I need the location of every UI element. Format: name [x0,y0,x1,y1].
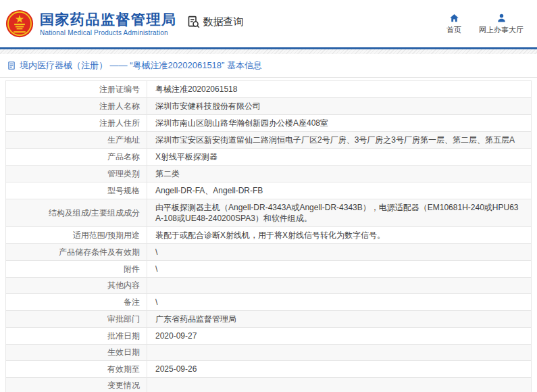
row-value: \ [147,261,531,277]
table-row: 生效日期 [6,345,531,361]
row-value: 粤械注准20202061518 [147,81,531,97]
data-query-nav[interactable]: 数据查询 [186,15,244,29]
row-label-text: 变更情况 [107,381,140,391]
row-label: 结构及组成/主要组成成分 [6,199,147,226]
brand-subtitle: National Medical Products Administration [40,29,177,36]
row-label: 生效日期 [6,345,147,360]
row-label: 其他内容 [6,278,147,293]
row-label-text: 备注 [124,297,140,308]
top-right-nav: 首页 网上办事大厅 [446,13,526,35]
breadcrumb-divider [0,77,537,78]
row-value: \ [147,294,531,310]
row-value: 广东省药品监督管理局 [147,311,531,327]
row-label: 注册人住所 [6,115,147,131]
table-row: 有效期至 2025-09-26 [6,361,531,378]
row-label-text: 批准日期 [107,331,140,341]
row-value: 深圳市安健科技股份有限公司 [147,98,531,114]
row-label-text: 结构及组成/主要组成成分 [49,208,140,218]
row-value: X射线平板探测器 [147,149,531,165]
table-row: 注册人名称 深圳市安健科技股份有限公司 [6,98,531,115]
table-row: 注册证编号 粤械注准20202061518 [6,81,531,98]
row-label-text: 生效日期 [107,347,140,358]
row-label-text: 注册证编号 [99,84,140,95]
nav-home[interactable]: 首页 [446,13,461,35]
row-label: 备注 [6,294,147,310]
row-value-text: 第二类 [155,168,180,179]
table-row: 产品储存条件及有效期 \ [6,244,531,261]
row-label: 附件 [6,261,147,277]
row-value: 装配于或配合诊断X射线机，用于将X射线信号转化为数字信号。 [147,227,531,243]
row-label-text: 注册人名称 [99,101,140,112]
table-row: 注册人住所 深圳市南山区朗山路华瀚创新园办公楼A座408室 [6,115,531,132]
row-value-text: \ [155,247,157,258]
brand-block: 国家药品监督管理局 National Medical Products Admi… [40,11,177,36]
row-value [147,378,531,392]
row-value-text: Angell-DR-FA、Angell-DR-FB [155,185,263,196]
table-row: 产品名称 X射线平板探测器 [6,149,531,166]
table-row: 附件 \ [6,261,531,278]
row-value-text: X射线平板探测器 [155,151,218,162]
row-value: \ [147,244,531,260]
row-label-text: 附件 [124,264,140,274]
table-row: 结构及组成/主要组成成分 由平板探测器主机（Angell-DR-4343A或An… [6,199,531,227]
row-label: 有效期至 [6,361,147,377]
document-search-icon [186,15,201,29]
row-value-text: 深圳市南山区朗山路华瀚创新园办公楼A座408室 [155,118,328,128]
table-row: 型号规格 Angell-DR-FA、Angell-DR-FB [6,182,531,199]
table-row: 批准日期 2020-09-27 [6,328,531,345]
site-header: 国家药品监督管理局 National Medical Products Admi… [0,0,537,47]
row-label-text: 管理类别 [107,169,140,179]
row-label: 产品名称 [6,149,147,165]
row-label: 管理类别 [6,166,147,182]
table-row: 审批部门 广东省药品监督管理局 [6,311,531,328]
data-query-label: 数据查询 [203,16,244,28]
row-label-text: 产品储存条件及有效期 [59,247,140,258]
table-row: 适用范围/预期用途 装配于或配合诊断X射线机，用于将X射线信号转化为数字信号。 [6,227,531,244]
row-value-text: 2020-09-27 [155,330,197,341]
table-row: 备注 \ [6,294,531,311]
row-value-text: 深圳市安健科技股份有限公司 [155,101,261,112]
nav-service-hall[interactable]: 网上办事大厅 [479,13,523,35]
row-value: 深圳市宝安区新安街道留仙二路润恒电子厂区2号厂房、3号厂房之3号厂房第一层、第二… [147,132,531,148]
row-label: 产品储存条件及有效期 [6,244,147,260]
row-value [147,345,531,360]
page-title: 境内医疗器械（注册） —— “粤械注准20202061518” 基本信息 [20,59,262,72]
row-label: 注册人名称 [6,98,147,114]
home-icon [449,13,459,23]
row-label-text: 其他内容 [107,280,140,291]
row-label-text: 生产地址 [107,135,140,145]
breadcrumb: 境内医疗器械（注册） —— “粤械注准20202061518” 基本信息 [0,54,537,77]
row-label: 变更情况 [6,378,147,392]
row-label: 适用范围/预期用途 [6,227,147,243]
row-value: 2025-09-26 [147,361,531,377]
row-value-text: \ [155,297,157,308]
table-row: 生产地址 深圳市宝安区新安街道留仙二路润恒电子厂区2号厂房、3号厂房之3号厂房第… [6,132,531,149]
row-label: 批准日期 [6,328,147,344]
row-label-text: 注册人住所 [99,118,140,128]
row-value-text: 由平板探测器主机（Angell-DR-4343A或Angell-DR-4343B… [155,202,523,224]
brand-title: 国家药品监督管理局 [40,11,177,28]
row-value-text: 装配于或配合诊断X射线机，用于将X射线信号转化为数字信号。 [155,230,385,241]
row-value: 由平板探测器主机（Angell-DR-4343A或Angell-DR-4343B… [147,199,531,226]
table-row: 其他内容 [6,278,531,294]
row-value-text: 粤械注准20202061518 [155,84,237,95]
document-icon [7,61,16,70]
row-label: 型号规格 [6,182,147,199]
national-emblem-logo [5,9,34,38]
row-value-text: 2025-09-26 [155,364,197,374]
row-label: 审批部门 [6,311,147,327]
header-stripe-band [0,49,537,54]
row-value-text: 广东省药品监督管理局 [155,314,236,324]
nav-home-label: 首页 [446,25,461,35]
row-label-text: 有效期至 [107,364,140,374]
row-label-text: 产品名称 [107,152,140,162]
row-value: 第二类 [147,166,531,182]
table-row: 变更情况 [6,378,531,392]
row-value-text: 深圳市宝安区新安街道留仙二路润恒电子厂区2号厂房、3号厂房之3号厂房第一层、第二… [155,134,515,145]
row-value [147,278,531,293]
info-table: 注册证编号 粤械注准20202061518 注册人名称 深圳市安健科技股份有限公… [5,80,532,392]
nav-service-hall-label: 网上办事大厅 [479,25,523,35]
row-label-text: 适用范围/预期用途 [73,230,140,241]
row-value-text: \ [155,264,157,274]
row-label-text: 型号规格 [107,186,140,196]
